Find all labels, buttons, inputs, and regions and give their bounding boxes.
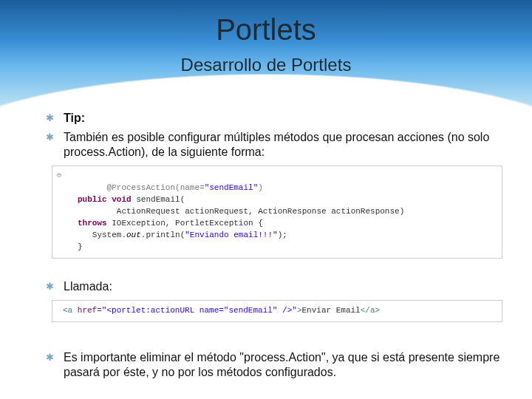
fold-icon: ⊖	[57, 171, 61, 182]
bullet-note: Es importante eliminar el método "proces…	[46, 350, 502, 380]
code-text: public	[78, 195, 107, 204]
code-text: IOException, PortletException {	[107, 219, 263, 228]
code-text: .println(	[141, 231, 185, 239]
code-text: out	[126, 231, 141, 239]
code-block-java: ⊖@ProcessAction(name="sendEmail") public…	[52, 166, 502, 259]
bullet-tip: Tip:	[46, 111, 502, 126]
code-text: "<portlet:actionURL name="sendEmail" />"	[102, 306, 297, 315]
code-block-jsp: <a href="<portlet:actionURL name="sendEm…	[52, 300, 502, 322]
slide: Portlets Desarrollo de Portlets Tip: Tam…	[0, 0, 532, 399]
code-text: </a>	[361, 306, 380, 315]
slide-subtitle: Desarrollo de Portlets	[0, 55, 532, 75]
code-text: =	[97, 306, 102, 315]
code-text: "Enviando email!!!"	[185, 231, 277, 239]
code-text: sendEmail(	[132, 195, 185, 204]
bullet-tip-text: Tip:	[64, 112, 85, 124]
bullet-intro: También es posible configurar múltiples …	[46, 130, 502, 160]
slide-title: Portlets	[0, 13, 532, 47]
code-text: "sendEmail"	[205, 183, 259, 192]
code-text: void	[112, 195, 131, 204]
code-text: )	[258, 183, 263, 192]
code-text: throws	[78, 219, 107, 228]
code-text: href	[78, 306, 97, 315]
content-area: Tip: También es posible configurar múlti…	[46, 111, 502, 384]
code-text: Enviar Email	[301, 306, 360, 315]
code-text: @ProcessAction(name=	[107, 183, 205, 192]
bullet-llamada: Llamada:	[46, 279, 502, 294]
code-text: System.	[78, 231, 126, 239]
code-text: );	[278, 231, 287, 239]
code-text: }	[78, 242, 83, 251]
code-text: <a	[63, 306, 78, 315]
code-text: ActionRequest actionRequest, ActionRespo…	[78, 207, 404, 216]
